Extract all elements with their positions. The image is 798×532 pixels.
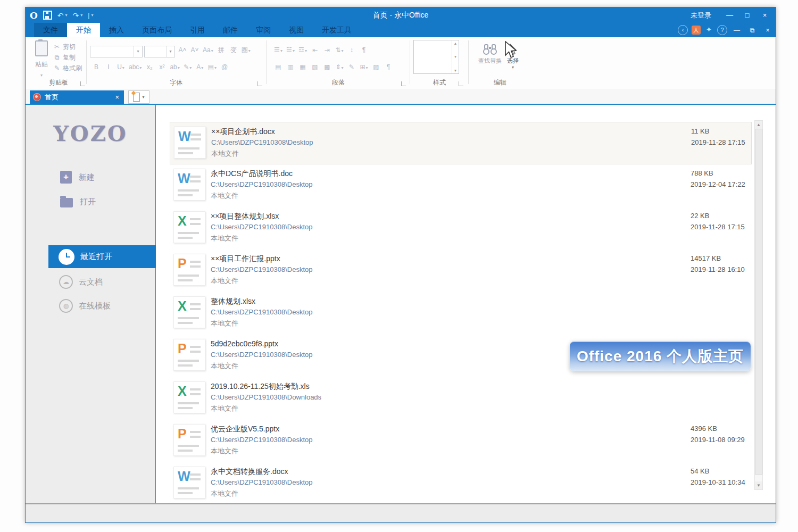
share-icon[interactable]: ✦ <box>704 26 713 35</box>
para-r1-icon-3[interactable]: ☲▾ <box>297 45 308 55</box>
login-status[interactable]: 未登录 <box>691 11 711 20</box>
font-r2-icon-5[interactable]: x₂ <box>144 62 155 72</box>
tab-review[interactable]: 审阅 <box>247 23 280 37</box>
sidebar-item-new[interactable]: 新建 <box>60 170 95 185</box>
doc-close-button[interactable]: × <box>762 26 774 35</box>
tab-references[interactable]: 引用 <box>181 23 214 37</box>
font-size-caret-icon[interactable]: ▾ <box>166 46 174 57</box>
copy-button[interactable]: ⧉复制 <box>53 52 82 63</box>
new-document-caret-icon[interactable]: ▾ <box>142 95 144 99</box>
font-r2-icon-9[interactable]: A▾ <box>195 62 205 72</box>
style-dialog-launcher[interactable] <box>459 81 463 86</box>
para-r2-icon-8[interactable]: ⊞▾ <box>359 62 369 72</box>
yozo-logo-icon[interactable]: O <box>30 10 38 21</box>
qat-customize-icon[interactable]: | <box>88 12 89 19</box>
font-r2-icon-3[interactable]: U▾ <box>115 62 126 72</box>
font-r1-icon-4[interactable]: 拼 <box>216 45 227 55</box>
font-r2-icon-1[interactable]: B <box>91 62 102 72</box>
file-row[interactable]: W永中DCS产品说明书.docC:\Users\DZPC1910308\Desk… <box>170 164 752 207</box>
sidebar-item-templates[interactable]: ◍在线模板 <box>48 296 156 315</box>
file-row[interactable]: W××项目企划书.docxC:\Users\DZPC1910308\Deskto… <box>170 122 752 164</box>
paragraph-dialog-launcher[interactable] <box>401 81 406 86</box>
para-r2-icon-1[interactable]: ▤ <box>273 62 284 72</box>
tab-close-icon[interactable]: × <box>115 93 119 101</box>
font-name-caret-icon[interactable]: ▾ <box>134 46 142 57</box>
scroll-thumb[interactable] <box>755 129 762 475</box>
para-r2-icon-9[interactable]: ▨ <box>371 62 381 72</box>
sidebar-item-recent[interactable]: 最近打开 <box>48 245 156 268</box>
scroll-up-icon[interactable]: ▲ <box>755 121 762 129</box>
tab-page-layout[interactable]: 页面布局 <box>133 23 181 37</box>
font-r2-icon-6[interactable]: x² <box>156 62 167 72</box>
para-r1-icon-5[interactable]: ⇥ <box>322 45 332 55</box>
para-r1-icon-6[interactable]: ⇅▾ <box>334 45 345 55</box>
sidebar-item-open[interactable]: 打开 <box>60 194 96 209</box>
style-gallery[interactable]: ▲▾▼ <box>413 40 459 74</box>
para-r1-icon-2[interactable]: ☱▾ <box>285 45 296 55</box>
tab-home[interactable]: 开始 <box>67 23 100 37</box>
tab-file[interactable]: 文件 <box>34 23 67 37</box>
font-r2-icon-2[interactable]: I <box>103 62 114 72</box>
font-name-combo[interactable]: ▾ <box>90 46 143 57</box>
paste-button[interactable]: 粘贴 ▾ <box>32 40 51 76</box>
excel-file-icon: X <box>173 296 205 328</box>
font-r1-icon-6[interactable]: 圈▾ <box>240 45 252 55</box>
para-r2-icon-2[interactable]: ▥ <box>285 62 296 72</box>
tab-home-page[interactable]: 首页 × <box>30 90 124 104</box>
maximize-button[interactable]: □ <box>739 10 755 21</box>
para-r1-icon-7[interactable]: ↕ <box>346 45 357 55</box>
save-icon[interactable] <box>43 11 52 20</box>
file-row[interactable]: X××项目整体规划.xlsxC:\Users\DZPC1910308\Deskt… <box>170 207 752 250</box>
para-r2-icon-6[interactable]: ⇕▾ <box>334 62 345 72</box>
undo-caret-icon[interactable]: ▾ <box>65 13 68 18</box>
font-r2-icon-10[interactable]: ▤▾ <box>207 62 218 72</box>
font-r2-icon-7[interactable]: ab▾ <box>169 62 180 72</box>
redo-caret-icon[interactable]: ▾ <box>80 13 82 18</box>
tab-view[interactable]: 视图 <box>280 23 313 37</box>
file-row[interactable]: X整体规划.xlsxC:\Users\DZPC1910308\Desktop本地… <box>170 292 752 335</box>
font-dialog-launcher[interactable] <box>257 81 262 86</box>
tab-dev-tools[interactable]: 开发工具 <box>313 23 361 37</box>
font-r2-icon-4[interactable]: abc▾ <box>128 62 143 72</box>
para-r2-icon-10[interactable]: ¶ <box>383 62 394 72</box>
undo-icon[interactable]: ↶ <box>57 11 64 20</box>
back-circle-icon[interactable]: ‹ <box>678 25 688 35</box>
tab-mailings[interactable]: 邮件 <box>214 23 247 37</box>
para-r2-icon-7[interactable]: ✎ <box>346 62 357 72</box>
tab-insert[interactable]: 插入 <box>100 23 133 37</box>
format-painter-button[interactable]: ✎格式刷 <box>53 63 82 73</box>
user-avatar-icon[interactable]: 人 <box>692 26 701 35</box>
doc-restore-button[interactable]: ⧉ <box>746 26 758 35</box>
find-replace-button[interactable]: 查找替换 <box>478 44 502 65</box>
cut-button[interactable]: ✂剪切 <box>53 41 82 52</box>
scroll-down-icon[interactable]: ▼ <box>755 481 762 489</box>
font-r1-icon-3[interactable]: Aa▾ <box>202 45 214 55</box>
minimize-button[interactable]: — <box>722 10 737 21</box>
new-document-button[interactable]: ▾ <box>128 90 149 104</box>
para-r2-icon-5[interactable]: ▩ <box>322 62 332 72</box>
style-gallery-scroll[interactable]: ▲▾▼ <box>452 40 459 73</box>
doc-minimize-button[interactable]: — <box>731 26 743 35</box>
help-icon[interactable]: ? <box>717 25 727 35</box>
scrollbar[interactable]: ▲ ▼ <box>754 120 763 490</box>
font-r1-icon-1[interactable]: A˄ <box>177 45 188 55</box>
para-r2-icon-3[interactable]: ▦ <box>297 62 308 72</box>
para-r1-icon-4[interactable]: ⇤ <box>310 45 320 55</box>
redo-icon[interactable]: ↷ <box>73 11 79 20</box>
para-r1-icon-8[interactable]: ¶ <box>359 45 369 55</box>
font-r2-icon-11[interactable]: @ <box>219 62 230 72</box>
font-r2-icon-8[interactable]: ✎▾ <box>182 62 193 72</box>
file-row[interactable]: P优云企业版V5.5.pptxC:\Users\DZPC1910308\Desk… <box>170 420 752 462</box>
para-r1-icon-1[interactable]: ☰▾ <box>273 45 284 55</box>
file-row[interactable]: P××项目工作汇报.pptxC:\Users\DZPC1910308\Deskt… <box>170 250 752 292</box>
font-r1-icon-2[interactable]: A˅ <box>189 45 200 55</box>
clipboard-dialog-launcher[interactable] <box>80 81 85 86</box>
font-size-combo[interactable]: ▾ <box>144 46 175 57</box>
para-r2-icon-4[interactable]: ▧ <box>310 62 320 72</box>
sidebar-item-cloud[interactable]: ☁云文档 <box>48 272 156 292</box>
file-row[interactable]: W永中文档转换服务.docxC:\Users\DZPC1910308\Deskt… <box>170 462 752 505</box>
file-row[interactable]: X2019.10.26-11.25初始考勤.xlsC:\Users\DZPC19… <box>170 377 752 420</box>
qat-customize-caret-icon[interactable]: ▾ <box>91 13 93 18</box>
close-button[interactable]: × <box>757 10 772 21</box>
font-r1-icon-5[interactable]: 变 <box>228 45 239 55</box>
